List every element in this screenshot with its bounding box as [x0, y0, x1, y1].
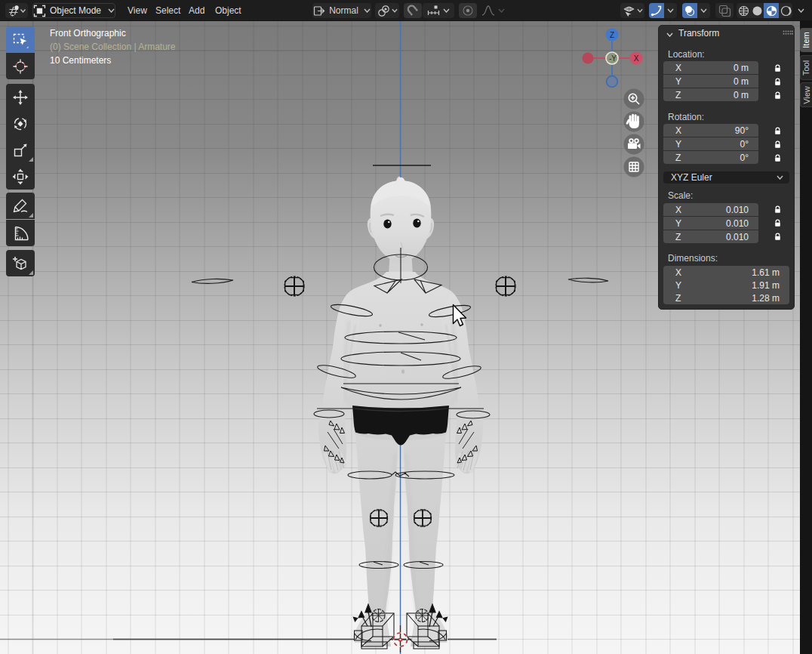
- svg-text:Z: Z: [610, 31, 614, 39]
- svg-text:X: X: [634, 54, 639, 63]
- svg-text:-Y: -Y: [609, 54, 617, 63]
